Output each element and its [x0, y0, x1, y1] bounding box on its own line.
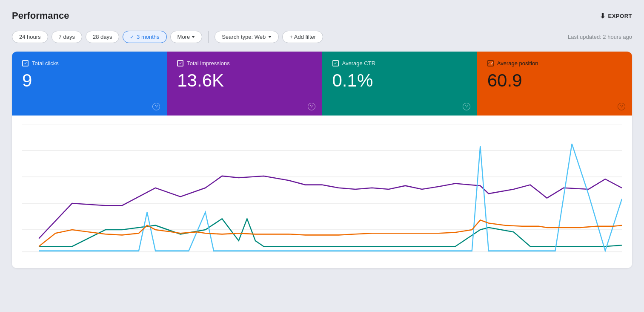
x-label-5: 11/24/24 — [331, 256, 351, 256]
filter-bar: 24 hours 7 days 28 days ✓ 3 months More … — [12, 31, 632, 43]
metric-label-ctr: Average CTR — [332, 60, 467, 66]
metric-value-position: 60.9 — [487, 72, 622, 90]
x-label-3: 11/16/24 — [210, 256, 230, 256]
metric-help-position[interactable]: ? — [618, 103, 625, 110]
metric-label-impressions: Total impressions — [177, 60, 312, 66]
time-filter-24h[interactable]: 24 hours — [12, 31, 48, 43]
time-filter-3m[interactable]: ✓ 3 months — [123, 31, 166, 43]
x-label-4: 11/20/24 — [271, 256, 290, 256]
export-label: EXPORT — [608, 13, 632, 19]
filter-separator — [208, 31, 209, 43]
metric-label-clicks: Total clicks — [22, 60, 157, 66]
search-type-button[interactable]: Search type: Web — [215, 31, 279, 43]
time-filter-28d[interactable]: 28 days — [86, 31, 120, 43]
export-button[interactable]: ⬇ EXPORT — [600, 12, 632, 20]
download-icon: ⬇ — [600, 12, 606, 20]
metric-label-position: ✓ Average position — [487, 60, 622, 66]
time-filter-24h-label: 24 hours — [19, 34, 41, 40]
x-label-6: 11/28/24 — [392, 256, 411, 256]
x-label-0: 11/4/24 — [31, 256, 47, 256]
page-title: Performance — [12, 10, 69, 21]
metric-tile-impressions[interactable]: Total impressions 13.6K ? — [167, 52, 322, 116]
ctr-line — [39, 219, 622, 246]
metric-checkbox-impressions — [177, 60, 183, 66]
metric-help-ctr[interactable]: ? — [463, 103, 470, 110]
chart-area: 11/4/24 11/8/24 11/12/24 11/16/24 11/20/… — [12, 116, 632, 268]
x-label-7: 12/2/24 — [453, 256, 470, 256]
time-filter-7d-label: 7 days — [59, 34, 75, 40]
time-filter-more-label: More — [177, 34, 190, 40]
time-filter-3m-label: 3 months — [137, 34, 159, 40]
performance-chart: 11/4/24 11/8/24 11/12/24 11/16/24 11/20/… — [22, 124, 622, 256]
metrics-row: Total clicks 9 ? Total impressions 13.6K… — [12, 52, 632, 116]
metric-value-clicks: 9 — [22, 72, 157, 90]
time-filter-more[interactable]: More — [170, 31, 203, 43]
metric-value-impressions: 13.6K — [177, 72, 312, 90]
last-updated-text: Last updated: 2 hours ago — [568, 34, 632, 40]
time-filter-28d-label: 28 days — [93, 34, 112, 40]
chevron-down-icon — [192, 36, 195, 38]
check-icon: ✓ — [130, 34, 134, 40]
metric-tile-clicks[interactable]: Total clicks 9 ? — [12, 52, 167, 116]
search-type-label: Search type: Web — [222, 34, 266, 40]
add-filter-button[interactable]: + Add filter — [282, 31, 323, 43]
metric-tile-ctr[interactable]: Average CTR 0.1% ? — [322, 52, 477, 116]
main-card: Total clicks 9 ? Total impressions 13.6K… — [12, 52, 632, 268]
metric-checkbox-clicks — [22, 60, 29, 66]
x-label-8: 12/6/24 — [514, 256, 530, 256]
add-filter-label: + Add filter — [289, 34, 316, 40]
metric-checkbox-position: ✓ — [487, 60, 494, 66]
x-label-9: 12/10/24 — [587, 256, 607, 256]
chevron-down-icon — [268, 36, 272, 38]
metric-tile-position[interactable]: ✓ Average position 60.9 ? — [477, 52, 632, 116]
metric-help-clicks[interactable]: ? — [152, 103, 160, 110]
chart-container: 11/4/24 11/8/24 11/12/24 11/16/24 11/20/… — [22, 124, 622, 256]
position-line — [39, 220, 622, 246]
metric-checkbox-ctr — [332, 60, 339, 66]
metric-value-ctr: 0.1% — [332, 72, 467, 90]
x-label-2: 11/12/24 — [150, 256, 169, 256]
time-filter-7d[interactable]: 7 days — [52, 31, 82, 43]
page-header: Performance ⬇ EXPORT — [12, 10, 632, 21]
metric-help-impressions[interactable]: ? — [308, 103, 315, 110]
x-label-1: 11/8/24 — [91, 256, 107, 256]
